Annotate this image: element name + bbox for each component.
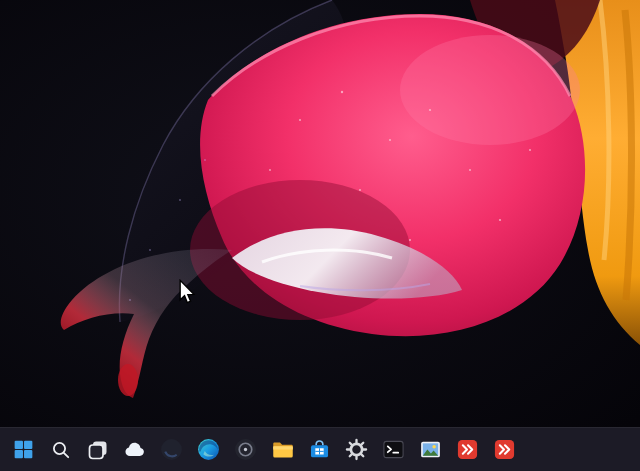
magnifier-icon: [48, 437, 74, 463]
taskbar: [0, 427, 640, 471]
taskbar-item-pinned-app-red-1[interactable]: [452, 432, 483, 468]
taskbar-item-microsoft-store[interactable]: [304, 432, 335, 468]
terminal-prompt-icon: [381, 437, 407, 463]
taskbar-item-terminal[interactable]: [378, 432, 409, 468]
edge-swirl-icon: [196, 437, 222, 463]
taskbar-item-edge-browser[interactable]: [193, 432, 224, 468]
overlapping-windows-icon: [85, 437, 111, 463]
taskbar-item-task-view[interactable]: [82, 432, 113, 468]
desktop[interactable]: [0, 0, 640, 427]
taskbar-item-settings[interactable]: [341, 432, 372, 468]
photo-landscape-icon: [418, 437, 444, 463]
cloud-icon: [122, 437, 148, 463]
windows-logo-icon: [11, 437, 37, 463]
taskbar-item-search[interactable]: [45, 432, 76, 468]
dark-circle-icon: [159, 437, 185, 463]
taskbar-item-widgets[interactable]: [119, 432, 150, 468]
shopping-bag-icon: [307, 437, 333, 463]
taskbar-item-file-explorer[interactable]: [267, 432, 298, 468]
folder-icon: [270, 437, 296, 463]
wallpaper-bloom: [0, 0, 640, 427]
taskbar-item-pinned-app-dark-2[interactable]: [230, 432, 261, 468]
taskbar-item-start[interactable]: [8, 432, 39, 468]
taskbar-item-pinned-app-red-2[interactable]: [489, 432, 520, 468]
taskbar-item-photos[interactable]: [415, 432, 446, 468]
red-chevrons-icon: [492, 437, 518, 463]
gear-icon: [344, 437, 370, 463]
dark-ring-icon: [233, 437, 259, 463]
taskbar-item-pinned-app-dark-1[interactable]: [156, 432, 187, 468]
red-chevrons-icon: [455, 437, 481, 463]
